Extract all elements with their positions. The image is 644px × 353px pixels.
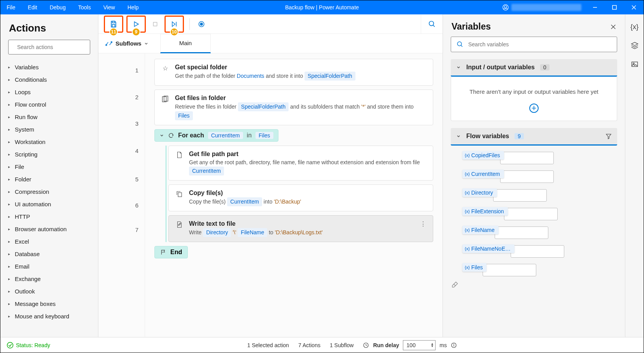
- category-system[interactable]: ▸System: [0, 123, 98, 135]
- spinner-buttons[interactable]: ▲▼: [430, 343, 434, 348]
- layers-rail-icon[interactable]: [630, 41, 639, 50]
- subflow-bar: Subflows Main: [98, 34, 443, 53]
- filter-icon[interactable]: [606, 133, 612, 139]
- designer-search-button[interactable]: [421, 15, 443, 33]
- category-excel[interactable]: ▸Excel: [0, 235, 98, 248]
- for-each-label: For each: [178, 132, 204, 139]
- chevron-right-icon: ▸: [8, 127, 10, 132]
- variables-panel: Variables Input / output variables 0 The…: [443, 14, 625, 337]
- step-get-file-path-part[interactable]: Get file path part Get any of the root p…: [168, 146, 433, 181]
- category-email[interactable]: ▸Email: [0, 260, 98, 272]
- add-io-variable-button[interactable]: +: [529, 104, 539, 113]
- flow-variable-copiedfiles[interactable]: {x} CopiedFiles: [462, 151, 617, 164]
- category-browser-automation[interactable]: ▸Browser automation: [0, 223, 98, 235]
- maximize-button[interactable]: [605, 0, 624, 14]
- step-badge: 10: [170, 28, 178, 36]
- search-icon: [457, 41, 464, 48]
- category-database[interactable]: ▸Database: [0, 248, 98, 260]
- user-account[interactable]: [502, 4, 581, 11]
- category-mouse-and-keyboard[interactable]: ▸Mouse and keyboard: [0, 310, 98, 322]
- chevron-right-icon: ▸: [8, 277, 10, 281]
- variables-search-input[interactable]: [468, 41, 611, 47]
- info-icon[interactable]: [451, 342, 457, 348]
- run-delay-input[interactable]: 100 ▲▼: [403, 340, 436, 350]
- close-button[interactable]: [624, 0, 644, 14]
- category-exchange[interactable]: ▸Exchange: [0, 272, 98, 285]
- flow-variable-files[interactable]: {x} Files: [462, 263, 617, 276]
- minimize-button[interactable]: [585, 0, 605, 14]
- var-chip: Files: [175, 111, 193, 120]
- status-bar: Status: Ready 1 Selected action 7 Action…: [0, 337, 644, 353]
- flow-variable-currentitem[interactable]: {x} CurrentItem: [462, 170, 617, 183]
- subflows-label[interactable]: Subflows: [116, 40, 142, 47]
- io-empty-text: There aren't any input or output variabl…: [457, 88, 611, 95]
- flow-variable-filename[interactable]: {x} FileName: [462, 226, 617, 239]
- image-rail-icon[interactable]: [630, 60, 639, 69]
- step-get-files-in-folder[interactable]: Get files in folder Retrieve the files i…: [154, 90, 433, 125]
- menu-file[interactable]: File: [0, 4, 22, 11]
- category-run-flow[interactable]: ▸Run flow: [0, 111, 98, 123]
- actions-search-input[interactable]: [17, 44, 85, 50]
- variable-value-box: [504, 208, 558, 220]
- menu-edit[interactable]: Edit: [22, 4, 44, 11]
- category-ui-automation[interactable]: ▸UI automation: [0, 198, 98, 210]
- step-end[interactable]: End: [154, 246, 188, 258]
- step-for-each[interactable]: For each CurrentItem in Files: [154, 129, 278, 142]
- flow-variable-fileextension[interactable]: {x} FileExtension: [462, 207, 617, 220]
- category-folder[interactable]: ▸Folder: [0, 173, 98, 185]
- chevron-right-icon: ▸: [8, 152, 10, 156]
- record-button[interactable]: [196, 19, 207, 30]
- category-compression[interactable]: ▸Compression: [0, 185, 98, 198]
- collapse-icon[interactable]: [159, 133, 164, 138]
- category-label: Message boxes: [15, 300, 56, 307]
- category-http[interactable]: ▸HTTP: [0, 210, 98, 223]
- step-desc: Get any of the root path, directory, fil…: [189, 158, 427, 176]
- close-variables-button[interactable]: [610, 24, 616, 30]
- category-variables[interactable]: ▸Variables: [0, 61, 98, 73]
- category-outlook[interactable]: ▸Outlook: [0, 285, 98, 297]
- step-desc: Copy the file(s) CurrentItem into 'D:\Ba…: [189, 197, 427, 206]
- category-file[interactable]: ▸File: [0, 160, 98, 173]
- stop-button[interactable]: [150, 19, 161, 30]
- step-get-special-folder[interactable]: ☆ Get special folder Get the path of the…: [154, 59, 433, 86]
- step-highlight: 10: [164, 16, 184, 33]
- variable-value-box: [500, 170, 554, 183]
- variable-token: {x} CurrentItem: [462, 170, 504, 178]
- variables-search[interactable]: [451, 37, 617, 52]
- step-copy-files[interactable]: Copy file(s) Copy the file(s) CurrentIte…: [168, 184, 433, 211]
- category-scripting[interactable]: ▸Scripting: [0, 148, 98, 160]
- category-message-boxes[interactable]: ▸Message boxes: [0, 297, 98, 310]
- flow-variable-filenamenoe[interactable]: {x} FileNameNoE…: [462, 244, 617, 258]
- variable-value-box: [500, 152, 554, 164]
- status-selected: 1 Selected action: [247, 342, 289, 348]
- chevron-right-icon: ▸: [8, 165, 10, 169]
- actions-panel: Actions ▸Variables▸Conditionals▸Loops▸Fl…: [0, 14, 98, 337]
- chevron-right-icon: ▸: [8, 289, 10, 293]
- chevron-right-icon: ▸: [8, 115, 10, 119]
- step-more-menu[interactable]: ⋮: [420, 220, 427, 237]
- io-variables-section-header[interactable]: Input / output variables 0: [451, 59, 617, 77]
- subflows-dropdown[interactable]: [144, 41, 149, 46]
- menu-tools[interactable]: Tools: [72, 4, 97, 11]
- category-loops[interactable]: ▸Loops: [0, 86, 98, 98]
- line-number: 4: [98, 135, 145, 166]
- tab-main[interactable]: Main: [160, 34, 211, 53]
- chevron-right-icon: ▸: [8, 214, 10, 219]
- flow-variables-section-header[interactable]: Flow variables 9: [451, 128, 617, 146]
- flow-variable-directory[interactable]: {x} Directory: [462, 188, 617, 202]
- end-label: End: [170, 249, 182, 256]
- actions-search[interactable]: [8, 40, 90, 54]
- category-label: Browser automation: [15, 226, 66, 232]
- step-write-text-to-file[interactable]: Write text to file Write Directory '\' F…: [168, 215, 433, 242]
- variables-rail-icon[interactable]: {x}: [630, 22, 639, 32]
- category-workstation[interactable]: ▸Workstation: [0, 135, 98, 148]
- category-label: Database: [15, 251, 40, 257]
- category-flow-control[interactable]: ▸Flow control: [0, 98, 98, 111]
- menu-debug[interactable]: Debug: [44, 4, 72, 11]
- category-conditionals[interactable]: ▸Conditionals: [0, 73, 98, 86]
- menu-help[interactable]: Help: [121, 4, 145, 11]
- category-label: File: [15, 163, 24, 170]
- erase-button[interactable]: [451, 281, 617, 289]
- menu-view[interactable]: View: [97, 4, 121, 11]
- status-ready: Status: Ready: [7, 342, 50, 349]
